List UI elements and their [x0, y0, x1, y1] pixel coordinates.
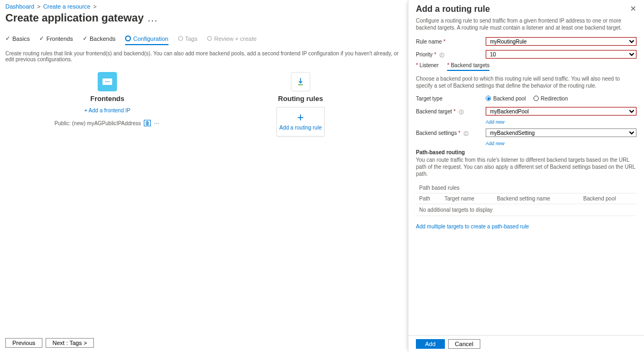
add-new-backend-target-link[interactable]: Add new — [486, 119, 636, 125]
panel-title: Add a routing rule — [416, 4, 490, 14]
sub-tab-backend-targets[interactable]: * Backend targets — [447, 62, 489, 71]
svg-rect-0 — [298, 84, 303, 85]
breadcrumb-create-resource[interactable]: Create a resource — [43, 3, 90, 10]
tab-basics[interactable]: Basics — [5, 33, 30, 45]
add-routing-rule-card[interactable]: + Add a routing rule — [276, 107, 325, 137]
plus-icon: + — [279, 113, 322, 123]
tab-review[interactable]: Review + create — [207, 33, 257, 45]
cancel-button[interactable]: Cancel — [448, 339, 480, 349]
path-routing-hint: You can route traffic from this rule's l… — [416, 156, 636, 177]
backend-target-select[interactable]: myBackendPool — [486, 107, 636, 116]
tab-configuration[interactable]: Configuration — [125, 33, 168, 45]
frontend-item-label: Public: (new) myAGPublicIPAddress — [55, 120, 141, 126]
target-type-redirection-radio[interactable]: Redirection — [533, 96, 568, 102]
tab-tags[interactable]: Tags — [178, 33, 197, 45]
close-icon[interactable]: ✕ — [630, 4, 636, 13]
sub-tab-listener[interactable]: * Listener — [416, 62, 438, 71]
routing-heading: Routing rules — [241, 95, 360, 103]
routing-column: Routing rules + Add a routing rule — [241, 72, 360, 137]
add-button[interactable]: Add — [416, 339, 445, 349]
path-routing-heading: Path-based routing — [416, 149, 636, 155]
next-button[interactable]: Next : Tags > — [46, 338, 94, 348]
breadcrumb: Dashboard > Create a resource > — [0, 0, 408, 10]
frontends-heading: Frontends — [48, 95, 166, 103]
frontends-column: Frontends + Add a frontend IP Public: (n… — [48, 72, 166, 137]
add-routing-rule-panel: Add a routing rule ✕ Configure a routing… — [408, 0, 644, 352]
routing-icon — [291, 72, 310, 91]
rule-name-input[interactable]: myRoutingRule — [486, 37, 636, 46]
page-title: Create application gateway… — [0, 10, 408, 33]
priority-input[interactable]: 10 — [486, 50, 636, 59]
info-icon[interactable]: i — [459, 110, 464, 114]
wizard-tabs: Basics Frontends Backends Configuration … — [0, 33, 408, 45]
path-rules-empty: No additional targets to display — [416, 204, 636, 216]
info-icon[interactable]: i — [440, 53, 444, 58]
delete-frontend-icon[interactable]: 🗑 — [144, 120, 151, 126]
path-rules-table: Path based rules Path Target name Backen… — [416, 183, 636, 216]
tab-frontends[interactable]: Frontends — [39, 33, 73, 45]
frontend-more-icon[interactable]: ⋯ — [154, 120, 160, 126]
add-new-backend-settings-link[interactable]: Add new — [486, 141, 636, 146]
add-multiple-targets-link[interactable]: Add multiple targets to create a path-ba… — [416, 224, 636, 229]
info-icon[interactable]: i — [464, 131, 469, 136]
add-frontend-ip-link[interactable]: + Add a frontend IP — [84, 107, 130, 113]
panel-description: Configure a routing rule to send traffic… — [416, 17, 636, 31]
tab-backends[interactable]: Backends — [83, 33, 115, 45]
previous-button[interactable]: Previous — [5, 338, 42, 348]
frontends-icon — [98, 72, 117, 91]
target-type-backend-pool-radio[interactable]: Backend pool — [486, 96, 526, 102]
backend-settings-select[interactable]: myBackendSetting — [486, 128, 636, 137]
backend-hint: Choose a backend pool to which this rout… — [416, 75, 636, 89]
config-description: Create routing rules that link your fron… — [0, 45, 408, 72]
breadcrumb-dashboard[interactable]: Dashboard — [5, 3, 34, 10]
